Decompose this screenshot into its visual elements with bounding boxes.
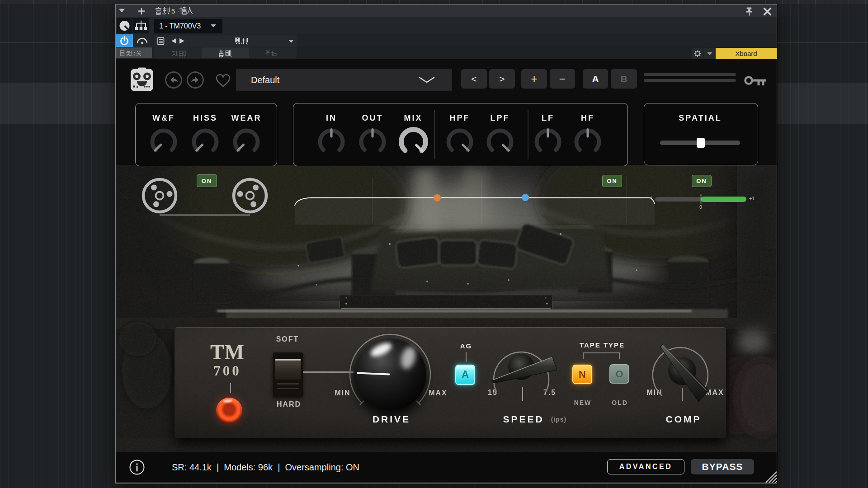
svg-text:0: 0 [699, 205, 702, 210]
svg-text:-1: -1 [648, 196, 653, 201]
svg-text:5 ·: 5 · [171, 7, 179, 15]
svg-text:+1: +1 [749, 196, 755, 201]
